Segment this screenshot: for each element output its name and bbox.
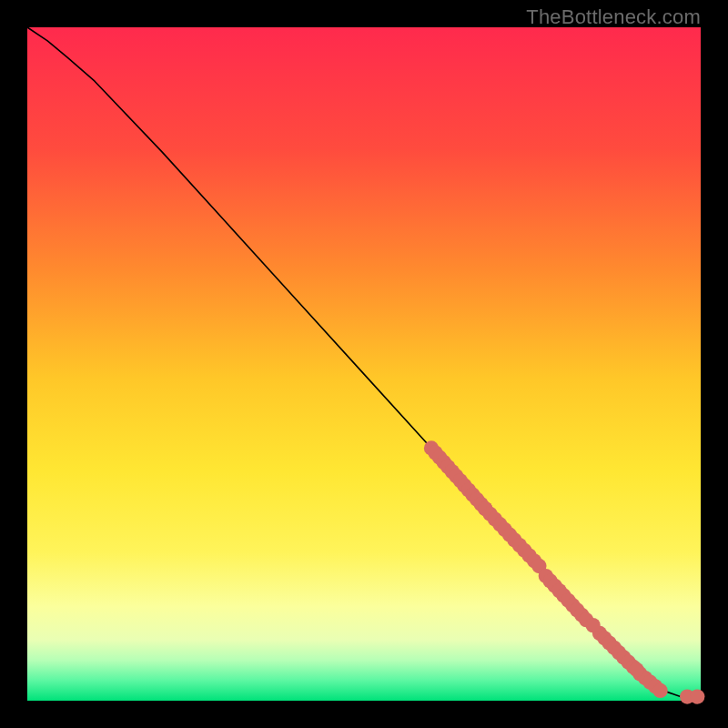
bottleneck-curve — [27, 27, 701, 697]
dots-layer — [424, 440, 705, 703]
data-point — [630, 662, 644, 677]
chart-overlay-svg — [27, 27, 701, 701]
data-point — [585, 618, 600, 632]
data-point — [690, 689, 704, 703]
chart-stage: TheBottleneck.com — [0, 0, 728, 728]
plot-area — [27, 27, 701, 701]
watermark-text: TheBottleneck.com — [526, 5, 701, 29]
data-point — [652, 683, 667, 698]
curve-layer — [27, 27, 701, 697]
